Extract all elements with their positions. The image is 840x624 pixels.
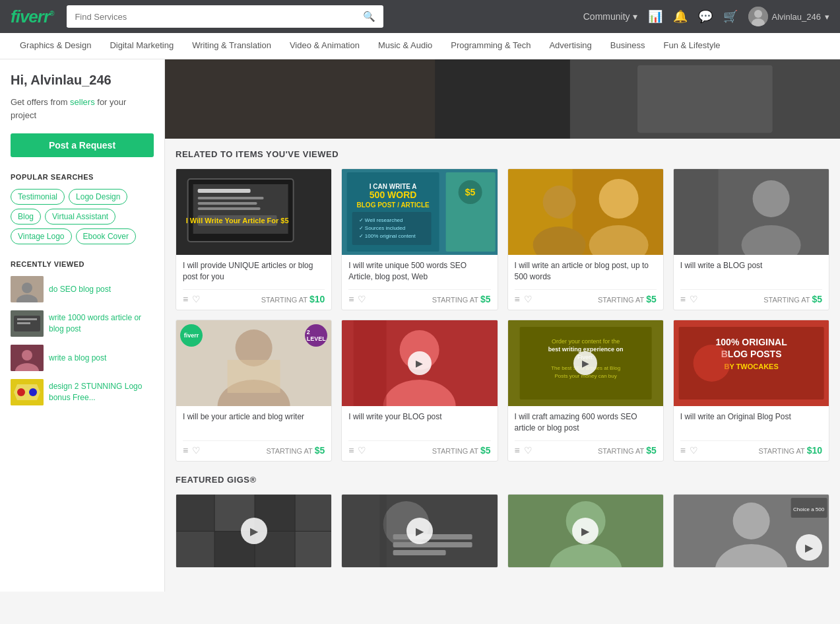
gig-title-4: I will write a BLOG post [680, 260, 822, 284]
gig-heart-icon-6[interactable]: ♡ [358, 445, 366, 456]
featured-play-3[interactable]: ▶ [572, 518, 598, 544]
search-bar: 🔍 [67, 5, 383, 28]
search-input[interactable] [67, 7, 355, 27]
gig-heart-icon-3[interactable]: ♡ [524, 294, 533, 304]
play-button-7[interactable]: ▶ [573, 351, 597, 375]
header-right: Community ▾ 📊 🔔 💬 🛒 Alvinlau_246 ▾ [583, 7, 829, 26]
featured-gigs-grid: ▶ ▶ [176, 494, 829, 568]
tag-virtual-assistant[interactable]: Virtual Assistant [45, 209, 115, 225]
recent-thumb-1 [11, 276, 44, 302]
featured-gig-thumb-1: ▶ [176, 495, 331, 567]
gig-thumb-6: ▶ [342, 320, 497, 406]
featured-gig-thumb-2: ▶ [342, 495, 497, 567]
user-info[interactable]: Alvinlau_246 ▾ [748, 7, 829, 26]
nav-item-music-audio[interactable]: Music & Audio [369, 33, 441, 59]
recent-label-1: do SEO blog post [49, 284, 111, 295]
gig-heart-icon-8[interactable]: ♡ [690, 445, 698, 456]
cart-icon[interactable]: 🛒 [723, 9, 738, 24]
gig-card-6[interactable]: ▶ I will write your BLOG post ≡♡ STARTIN… [341, 320, 498, 462]
featured-gig-card-4[interactable]: Choice a 500 ▶ [673, 494, 829, 568]
gig-price-4: STARTING AT $5 [763, 294, 822, 304]
svg-rect-85 [380, 495, 387, 567]
recent-item-4[interactable]: design 2 STUNNING Logo bonus Free... [11, 379, 154, 405]
user-chevron-icon: ▾ [825, 12, 829, 22]
gig-title-6: I will write your BLOG post [348, 411, 490, 435]
featured-gig-card-2[interactable]: ▶ [341, 494, 498, 568]
nav-item-business[interactable]: Business [601, 33, 655, 59]
nav-item-writing-translation[interactable]: Writing & Translation [183, 33, 280, 59]
gig-actions-1: ≡ ♡ [183, 294, 201, 304]
nav-item-graphics-design[interactable]: Graphics & Design [11, 33, 100, 59]
recent-item-1[interactable]: do SEO blog post [11, 276, 154, 302]
gig-heart-icon-7[interactable]: ♡ [524, 445, 533, 456]
gig-title-1: I will provide UNIQUE articles or blog p… [183, 260, 325, 284]
gig-thumb-5: fiverr 2LEVEL [176, 320, 331, 406]
tag-logo-design[interactable]: Logo Design [69, 189, 127, 205]
gig-card-3[interactable]: I will write an article or blog post, up… [507, 168, 664, 310]
gig-title-7: I will craft amazing 600 words SEO artic… [515, 411, 657, 435]
tag-vintage-logo[interactable]: Vintage Logo [11, 228, 72, 244]
chat-icon[interactable]: 💬 [698, 9, 713, 24]
svg-text:$5: $5 [465, 187, 476, 197]
community-button[interactable]: Community ▾ [583, 11, 637, 22]
gig-footer-5: ≡♡ STARTING AT $5 [183, 440, 325, 456]
gig-thumb-1: I Will Write Your Article For $5 [176, 169, 331, 255]
post-request-button[interactable]: Post a Request [11, 133, 154, 157]
bell-icon[interactable]: 🔔 [673, 9, 688, 24]
nav-item-programming-tech[interactable]: Programming & Tech [441, 33, 540, 59]
recent-item-2[interactable]: write 1000 words article or blog post [11, 310, 154, 337]
recent-item-3[interactable]: write a blog post [11, 345, 154, 371]
svg-rect-27 [198, 207, 261, 210]
featured-play-1[interactable]: ▶ [241, 518, 267, 544]
gig-menu-icon-3[interactable]: ≡ [515, 294, 520, 304]
recent-thumb-3 [11, 345, 44, 371]
gig-menu-icon-5[interactable]: ≡ [183, 445, 188, 456]
gig-price-3: STARTING AT $5 [598, 294, 657, 304]
svg-point-16 [29, 388, 37, 396]
gig-menu-icon-6[interactable]: ≡ [348, 445, 354, 456]
search-button[interactable]: 🔍 [355, 5, 383, 28]
gig-menu-icon-4[interactable]: ≡ [680, 294, 686, 304]
gig-card-4[interactable]: I will write a BLOG post ≡♡ STARTING AT … [673, 168, 829, 310]
sellers-link[interactable]: sellers [70, 97, 95, 107]
bar-chart-icon[interactable]: 📊 [648, 9, 662, 24]
featured-gig-card-3[interactable]: ▶ [507, 494, 664, 568]
gig-thumb-8: 100% ORIGINAL BLOG POSTS BY TWOCAKES [674, 320, 829, 406]
gig-heart-icon-4[interactable]: ♡ [690, 294, 698, 304]
gig-menu-icon-1[interactable]: ≡ [183, 294, 188, 304]
featured-play-2[interactable]: ▶ [406, 518, 433, 544]
nav-item-advertising[interactable]: Advertising [540, 33, 600, 59]
gig-heart-icon-1[interactable]: ♡ [192, 294, 201, 304]
tag-ebook-cover[interactable]: Ebook Cover [76, 228, 136, 244]
gig-card-2[interactable]: I CAN WRITE A 500 WORD BLOG POST / ARTIC… [341, 168, 498, 310]
gig-menu-icon-7[interactable]: ≡ [515, 445, 520, 456]
sidebar-description: Get offers from sellers for your project [11, 96, 154, 121]
gig-card-8[interactable]: 100% ORIGINAL BLOG POSTS BY TWOCAKES I w… [673, 320, 829, 462]
tag-testimonial[interactable]: Testimonial [11, 189, 65, 205]
featured-gig-card-1[interactable]: ▶ [176, 494, 332, 568]
play-button-6[interactable]: ▶ [408, 351, 432, 375]
featured-play-4[interactable]: ▶ [796, 534, 822, 561]
tag-blog[interactable]: Blog [11, 209, 41, 225]
logo[interactable]: fiverr® [11, 7, 53, 27]
gig-price-6: STARTING AT $5 [432, 445, 491, 456]
gig-card-5[interactable]: fiverr 2LEVEL I will be your article and… [176, 320, 332, 462]
gig-info-3: I will write an article or blog post, up… [508, 255, 663, 310]
nav-item-digital-marketing[interactable]: Digital Marketing [100, 33, 183, 59]
gig-card-7[interactable]: Order your content for the best writing … [507, 320, 664, 462]
gig-card-1[interactable]: I Will Write Your Article For $5 I will … [176, 168, 332, 310]
search-icon: 🔍 [363, 11, 375, 22]
gig-heart-icon-2[interactable]: ♡ [358, 294, 366, 304]
gig-heart-icon-5[interactable]: ♡ [192, 445, 201, 456]
svg-rect-20 [637, 65, 773, 133]
svg-point-44 [598, 179, 638, 219]
svg-point-11 [22, 350, 32, 361]
gig-menu-icon-2[interactable]: ≡ [348, 294, 354, 304]
nav-item-fun-lifestyle[interactable]: Fun & Lifestyle [655, 33, 730, 59]
popular-searches-heading: POPULAR SEARCHES [11, 173, 154, 181]
nav-item-video-animation[interactable]: Video & Animation [280, 33, 369, 59]
svg-rect-56 [228, 360, 280, 393]
related-section-title: RELATED TO ITEMS YOU'VE VIEWED [176, 149, 829, 159]
gig-price-7: STARTING AT $5 [598, 445, 657, 456]
gig-menu-icon-8[interactable]: ≡ [680, 445, 686, 456]
